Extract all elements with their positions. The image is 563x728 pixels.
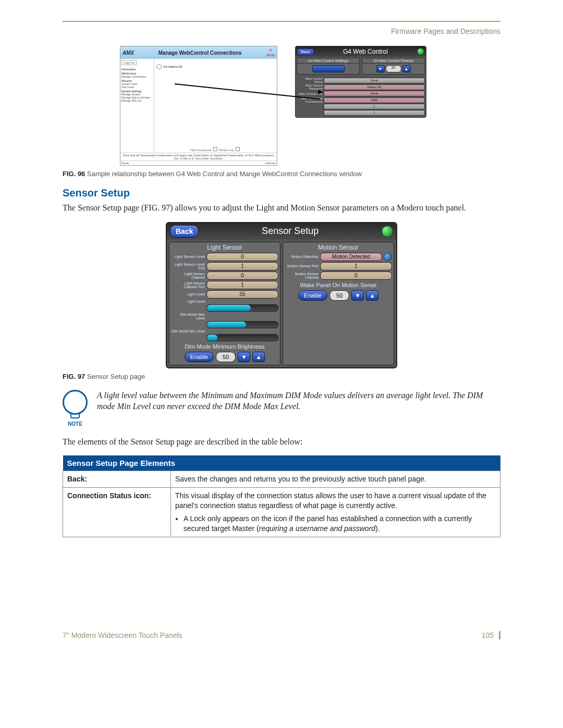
field-label: Light Sensor Level Port <box>171 263 205 270</box>
motion-status: Motion Detected <box>320 253 382 261</box>
elements-table: Sensor Setup Page Elements Back: Saves t… <box>63 455 500 537</box>
checkbox-icon[interactable] <box>213 147 217 151</box>
figure-97-caption: FIG. 97 Sensor Setup page <box>63 373 500 380</box>
dim-min-slider[interactable] <box>206 334 278 341</box>
decrease-button[interactable]: ▼ <box>351 290 364 301</box>
column-title: Light Sensor <box>171 244 278 251</box>
increase-button[interactable]: ▲ <box>366 290 378 301</box>
lightbulb-icon <box>63 390 88 415</box>
arrow-head-icon <box>318 90 324 94</box>
sidebar-item[interactable]: Manage URL List <box>121 99 153 102</box>
enable-button[interactable]: Enable <box>298 290 327 301</box>
note-label: NOTE <box>63 421 88 427</box>
radio-icon[interactable] <box>156 64 162 69</box>
note-text: A light level value between the Minimum … <box>97 390 500 412</box>
g4-webcontrol-panel: Back G4 Web Control G4 Web Control Setti… <box>295 46 426 118</box>
connection-status-icon <box>382 226 393 237</box>
increase-button[interactable]: ▲ <box>402 65 411 72</box>
row-value[interactable]: 5900 <box>324 97 425 103</box>
increase-button[interactable]: ▲ <box>252 352 265 362</box>
column-title: Motion Sensor <box>285 244 392 251</box>
row-value: 1 <box>324 104 425 109</box>
page-footer: 7" Modero Widescreen Touch Panels 105 <box>63 631 500 639</box>
wake-value: 50 <box>329 290 349 301</box>
field-label: Light Sensor Channel <box>171 272 205 279</box>
dim-subhead: Dim Mode Minimum Brightness <box>171 343 278 350</box>
row-label: Web Control Name <box>297 77 323 83</box>
field-label: Motion Sensor Channel <box>285 272 319 279</box>
header-section-title: Firmware Pages and Descriptions <box>63 27 500 35</box>
table-header: Sensor Setup Page Elements <box>63 455 500 471</box>
light-sensor-column: Light Sensor Light Sensor Level0 Light S… <box>169 242 280 365</box>
connection-status-icon <box>417 48 424 55</box>
figure-96-caption: FIG. 96 Sample relationship between G4 W… <box>63 170 500 178</box>
webcontrol-window: AMX Manage WebControl Connections ≋Java … <box>120 46 277 166</box>
panel-title: Sensor Setup <box>262 226 319 237</box>
connection-item[interactable]: G4 Netlinx-03 <box>163 65 182 68</box>
table-row-desc: This visual display of the connection st… <box>171 488 500 537</box>
field-value: 55 <box>206 290 278 299</box>
slider-label: Dim Mode Max Level <box>171 313 205 320</box>
footer-opt-left: Hide Compressed <box>190 149 211 152</box>
table-row-label: Back: <box>63 471 171 488</box>
back-button[interactable]: Back <box>170 225 199 238</box>
dim-max-slider[interactable] <box>206 321 278 328</box>
slider-label: Dim Mode Min Level <box>171 329 205 333</box>
row-value[interactable]: Netlinx 03 <box>324 84 425 90</box>
slider-label: Light Level <box>171 300 205 303</box>
col-title: G4 Web Control Settings <box>297 58 359 64</box>
webcontrol-sidebar: Log Out Information WebControl Manage Co… <box>120 59 154 153</box>
row-value: 1 <box>324 110 425 116</box>
logout-button[interactable]: Log Out <box>121 60 137 65</box>
field-value: 1 <box>206 262 278 270</box>
brightness-value: 50 <box>216 352 236 362</box>
field-label: Motion Sensor Port <box>285 264 319 268</box>
row-value: None <box>324 78 425 83</box>
checkbox-icon[interactable] <box>236 147 240 151</box>
status-done: Done <box>121 162 129 165</box>
row-label: Web Control Password <box>297 84 323 90</box>
timeout-value: 30 <box>386 65 401 72</box>
section-title: Sensor Setup <box>63 187 500 199</box>
field-label: Light Sensor Level <box>171 255 205 258</box>
section-intro: The Sensor Setup page (FIG. 97) allows y… <box>63 202 500 214</box>
webcontrol-legal: Java and all Java-based trademarks and l… <box>120 153 277 161</box>
field-value: 1 <box>206 281 278 289</box>
note-block: NOTE A light level value between the Min… <box>63 390 500 427</box>
sidebar-item[interactable]: Manage Connections <box>121 75 153 78</box>
wake-subhead: Wake Panel On Motion Sense <box>285 282 392 288</box>
back-button[interactable]: Back <box>297 48 314 55</box>
page-number: 105 <box>482 631 500 639</box>
panel-title: G4 Web Control <box>343 48 388 55</box>
col-title: G4 Web Control Timeout <box>362 58 424 64</box>
sidebar-item[interactable]: User Level <box>121 85 153 89</box>
sidebar-group: Information <box>121 68 153 71</box>
row-value[interactable]: None <box>324 91 425 96</box>
enable-button[interactable]: Enable <box>185 352 214 362</box>
footer-product: 7" Modero Widescreen Touch Panels <box>63 631 182 639</box>
field-value: 1 <box>320 262 392 270</box>
field-label: Light Level <box>171 292 205 296</box>
motion-indicator-icon <box>384 253 392 261</box>
field-label: Motion Detection <box>285 255 319 258</box>
figure-96: AMX Manage WebControl Connections ≋Java … <box>120 46 443 166</box>
enable-button[interactable] <box>312 65 345 72</box>
field-value: 0 <box>206 253 278 261</box>
table-intro: The elements of the Sensor Setup page ar… <box>63 436 500 448</box>
field-value: 0 <box>320 272 392 280</box>
field-value: 0 <box>206 272 278 280</box>
webcontrol-main: G4 Netlinx-03 Hide Compressed Window onl… <box>154 59 277 153</box>
webcontrol-title: Manage WebControl Connections <box>158 50 242 56</box>
decrease-button[interactable]: ▼ <box>376 65 385 72</box>
footer-opt-right: Window only <box>219 149 234 152</box>
status-internet: Internet <box>265 162 276 165</box>
table-row-desc: Saves the changes and returns you to the… <box>171 471 500 488</box>
table-row-label: Connection Status icon: <box>63 488 171 537</box>
field-label: Light Sensor Channel Port <box>171 281 205 289</box>
decrease-button[interactable]: ▼ <box>238 352 250 362</box>
sensor-setup-panel: Back Sensor Setup Light Sensor Light Sen… <box>166 222 397 368</box>
motion-sensor-column: Motion Sensor Motion Detection Motion De… <box>283 242 394 365</box>
light-level-slider[interactable] <box>206 304 278 312</box>
java-logo: ≋Java <box>266 48 275 57</box>
amx-logo: AMX <box>123 50 134 56</box>
